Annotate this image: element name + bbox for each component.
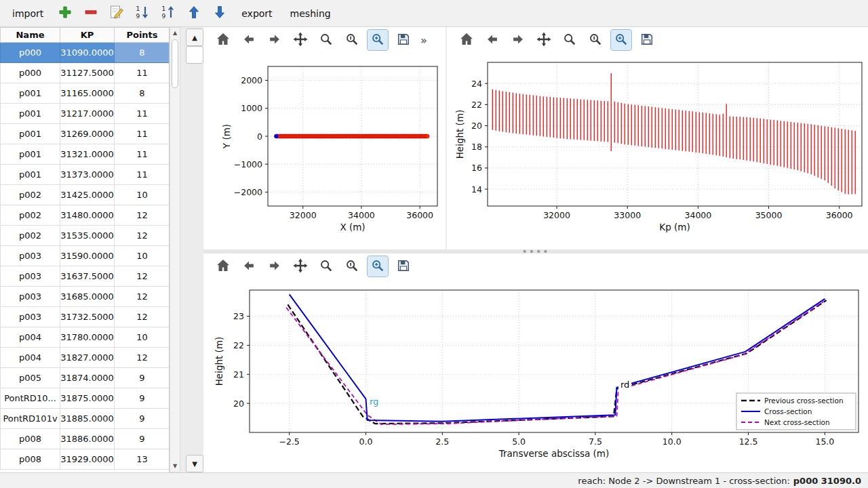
- column-header-kp[interactable]: KP: [60, 28, 115, 43]
- meshing-button[interactable]: meshing: [285, 5, 336, 22]
- zoom-rect-button[interactable]: [368, 256, 388, 277]
- table-cell[interactable]: p002: [1, 185, 60, 205]
- table-row[interactable]: p00531874.00009: [1, 368, 170, 388]
- zoom-button[interactable]: [559, 30, 580, 50]
- sort-number-down-button[interactable]: 19: [133, 4, 152, 23]
- table-cell[interactable]: 31090.0000: [60, 43, 115, 63]
- table-row[interactable]: p00131165.00008: [1, 83, 170, 104]
- table-cell[interactable]: 31590.0000: [60, 246, 115, 266]
- table-row[interactable]: p00131217.000011: [1, 104, 170, 124]
- table-row[interactable]: p00031090.00008: [1, 43, 170, 63]
- table-cell[interactable]: 12: [115, 205, 170, 226]
- table-cell[interactable]: 31732.5000: [60, 307, 115, 327]
- table-scrollbar[interactable]: ▲ ▼: [170, 27, 180, 472]
- forward-button[interactable]: [508, 30, 528, 50]
- table-cell[interactable]: 31886.0000: [60, 429, 115, 449]
- back-button[interactable]: [482, 30, 502, 50]
- table-cell[interactable]: 31685.0000: [60, 287, 115, 307]
- table-cell[interactable]: 9: [115, 368, 170, 388]
- table-cell[interactable]: 31535.0000: [60, 226, 115, 246]
- sort-number-up-button[interactable]: 19: [159, 4, 178, 23]
- cross-section-plot-canvas[interactable]: −2.50.02.55.07.510.012.515.020212223Tran…: [203, 279, 868, 472]
- table-row[interactable]: p00331637.500012: [1, 266, 170, 287]
- home-button[interactable]: [213, 30, 233, 50]
- table-cell[interactable]: p001: [1, 165, 60, 185]
- back-button[interactable]: [239, 256, 259, 277]
- remove-button[interactable]: [81, 4, 100, 23]
- table-cell[interactable]: 9: [115, 388, 170, 409]
- table-cell[interactable]: 31885.0000: [60, 409, 115, 429]
- table-cell[interactable]: 12: [115, 287, 170, 307]
- table-cell[interactable]: 12: [115, 348, 170, 368]
- table-cell[interactable]: 31425.0000: [60, 185, 115, 205]
- column-header-points[interactable]: Points: [115, 28, 170, 43]
- table-cell[interactable]: 31874.0000: [60, 368, 115, 388]
- table-cell[interactable]: 11: [115, 104, 170, 124]
- table-cell[interactable]: 10: [115, 246, 170, 266]
- table-scrollbar-thumb[interactable]: [172, 39, 178, 88]
- table-row[interactable]: p00031127.500011: [1, 63, 170, 83]
- table-cell[interactable]: 31827.0000: [60, 348, 115, 368]
- table-cell[interactable]: 31217.0000: [60, 104, 115, 124]
- table-cell[interactable]: p003: [1, 287, 60, 307]
- subplots-button[interactable]: [585, 30, 606, 50]
- table-cell[interactable]: 8: [115, 83, 170, 104]
- forward-button[interactable]: [264, 30, 285, 50]
- table-row[interactable]: p00431827.000012: [1, 348, 170, 368]
- save-button[interactable]: [393, 256, 414, 277]
- home-button[interactable]: [456, 30, 477, 50]
- table-cell[interactable]: 31321.0000: [60, 144, 115, 165]
- table-row[interactable]: p00431780.000010: [1, 327, 170, 348]
- export-button[interactable]: export: [236, 5, 277, 22]
- table-cell[interactable]: 31875.0000: [60, 388, 115, 409]
- table-cell[interactable]: 9: [115, 429, 170, 449]
- table-cell[interactable]: PontRD10...: [1, 388, 60, 409]
- table-cell[interactable]: p001: [1, 83, 60, 104]
- table-cell[interactable]: 31637.5000: [60, 266, 115, 287]
- table-cell[interactable]: 9: [115, 409, 170, 429]
- table-row[interactable]: PontRD10...31875.00009: [1, 388, 170, 409]
- panel-scrollbar-thumb[interactable]: [186, 46, 203, 64]
- table-row[interactable]: PontRD101v31885.00009: [1, 409, 170, 429]
- table-cell[interactable]: 10: [115, 185, 170, 205]
- table-cell[interactable]: p001: [1, 144, 60, 165]
- table-cell[interactable]: 31929.0000: [60, 449, 115, 470]
- save-button[interactable]: [393, 30, 414, 50]
- table-cell[interactable]: 31480.0000: [60, 205, 115, 226]
- table-row[interactable]: p00131321.000011: [1, 144, 170, 165]
- import-button[interactable]: import: [7, 5, 49, 22]
- column-header-name[interactable]: Name: [1, 28, 60, 43]
- table-cell[interactable]: p004: [1, 348, 60, 368]
- scroll-up-icon[interactable]: ▲: [170, 28, 180, 38]
- table-cell[interactable]: p002: [1, 205, 60, 226]
- table-cell[interactable]: 11: [115, 124, 170, 144]
- table-cell[interactable]: p003: [1, 266, 60, 287]
- home-button[interactable]: [213, 256, 233, 277]
- xy-plot-canvas[interactable]: 320003400036000−2000−1000010002000X (m)Y…: [203, 53, 446, 249]
- table-row[interactable]: p00331590.000010: [1, 246, 170, 266]
- edit-button[interactable]: [107, 4, 126, 23]
- zoom-rect-button[interactable]: [368, 30, 388, 50]
- toolbar-overflow-button[interactable]: »: [420, 34, 427, 47]
- zoom-rect-button[interactable]: [611, 30, 631, 50]
- table-row[interactable]: p00331732.500012: [1, 307, 170, 327]
- table-cell[interactable]: 10: [115, 327, 170, 348]
- table-cell[interactable]: p000: [1, 43, 60, 63]
- move-down-button[interactable]: [210, 4, 229, 23]
- table-cell[interactable]: p005: [1, 368, 60, 388]
- table-cell[interactable]: p001: [1, 124, 60, 144]
- pan-button[interactable]: [290, 30, 311, 50]
- table-cell[interactable]: 31373.0000: [60, 165, 115, 185]
- save-button[interactable]: [637, 30, 657, 50]
- subplots-button[interactable]: [342, 30, 362, 50]
- table-row[interactable]: p00131269.000011: [1, 124, 170, 144]
- table-row[interactable]: p00331685.000012: [1, 287, 170, 307]
- table-cell[interactable]: 31780.0000: [60, 327, 115, 348]
- table-row[interactable]: p00231480.000012: [1, 205, 170, 226]
- table-cell[interactable]: 11: [115, 144, 170, 165]
- table-cell[interactable]: 12: [115, 307, 170, 327]
- table-cell[interactable]: 31269.0000: [60, 124, 115, 144]
- pan-button[interactable]: [290, 256, 311, 277]
- zoom-button[interactable]: [316, 30, 336, 50]
- table-cell[interactable]: 8: [115, 43, 170, 63]
